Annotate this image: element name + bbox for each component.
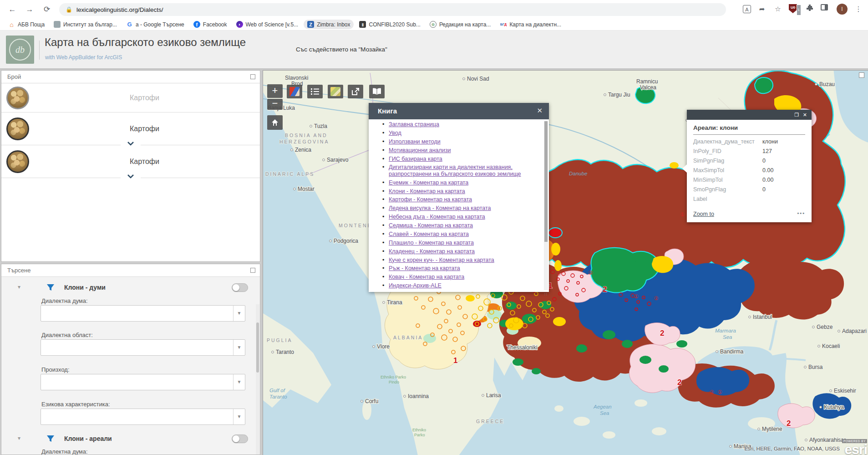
- dialect-word-combobox[interactable]: ▼: [41, 305, 245, 322]
- side-panel-icon[interactable]: [821, 4, 831, 14]
- book-link[interactable]: Ечемик - Коментар на картата: [389, 179, 468, 186]
- book-link[interactable]: Ръж - Коментар на картата: [389, 265, 460, 271]
- book-link[interactable]: Заглавна страница: [389, 121, 439, 128]
- url-text[interactable]: lexicalgeolinguistic.org/Dialects/: [76, 6, 163, 13]
- legend-button[interactable]: [307, 85, 323, 98]
- resize-grip-icon[interactable]: ∷: [544, 292, 548, 297]
- book-list-item: Дигитализирани карти на диалектни назван…: [389, 164, 539, 177]
- bookmark-star-icon[interactable]: ☆: [773, 4, 783, 14]
- book-link[interactable]: Индекси-Архив-ALE: [389, 282, 442, 289]
- lock-icon: 🔒: [66, 6, 72, 13]
- expand-chevron-icon[interactable]: [121, 139, 141, 146]
- book-link[interactable]: Славей - Коментар на картата: [389, 231, 469, 237]
- book-list-item: Индекси-Архив-ALE: [389, 282, 539, 289]
- widget-window-icon[interactable]: [250, 268, 255, 273]
- book-list-item: Ледена висулка - Коментар на картата: [389, 205, 539, 211]
- book-link[interactable]: ГИС базирана карта: [389, 156, 442, 162]
- map-annotation: ①: [717, 389, 722, 395]
- map-annotation: ①: [680, 211, 685, 218]
- collapse-chevron-icon[interactable]: ▾: [18, 284, 20, 290]
- list-item[interactable]: Картофи: [1, 83, 260, 112]
- map-window-icon[interactable]: [859, 72, 864, 78]
- reload-button-icon[interactable]: ⟳: [41, 4, 53, 15]
- zoom-to-link[interactable]: Zoom to: [693, 211, 714, 217]
- map-label: Thessaloniki: [507, 344, 538, 351]
- bookmark-map-edit[interactable]: ◍Редакция на карта...: [426, 20, 495, 29]
- address-bar[interactable]: 🔒 lexicalgeolinguistic.org/Dialects/: [59, 3, 726, 16]
- book-link[interactable]: Дигитализирани карти на диалектни назван…: [389, 164, 521, 177]
- bookmark-facebook[interactable]: fFacebook: [190, 20, 231, 29]
- bookmark-zimbra[interactable]: ZZimbra: Inbox: [304, 20, 354, 29]
- zoom-in-button[interactable]: +: [267, 84, 283, 98]
- share-export-button[interactable]: [348, 85, 363, 98]
- book-link[interactable]: Картофи - Коментар на картата: [389, 196, 472, 203]
- close-icon[interactable]: ✕: [803, 112, 807, 118]
- back-button-icon[interactable]: ←: [6, 4, 18, 15]
- more-options-icon[interactable]: •••: [797, 210, 805, 216]
- book-link[interactable]: Мотивационни анализи: [389, 147, 451, 153]
- translate-icon[interactable]: A: [743, 5, 751, 13]
- book-popup: Книга ✕ Заглавна страница Увод Използван…: [369, 103, 549, 292]
- dropdown-arrow-icon[interactable]: ▼: [233, 374, 245, 390]
- dropdown-arrow-icon[interactable]: ▼: [233, 306, 245, 321]
- bookmark-google[interactable]: Ga - Google Търсене: [122, 20, 188, 29]
- book-link[interactable]: Кладенец - Коментар на картата: [389, 248, 475, 255]
- attribute-label: Label: [693, 196, 762, 205]
- book-link[interactable]: Небесна дъга - Коментар на картата: [389, 214, 485, 220]
- bookmark-wos[interactable]: ◗Web of Science [v.5...: [233, 20, 302, 29]
- share-icon[interactable]: ➦: [757, 4, 767, 14]
- extensions-puzzle-icon[interactable]: [805, 4, 815, 14]
- panel-scrollbar[interactable]: [256, 304, 259, 455]
- book-link[interactable]: Ледена висулка - Коментар на картата: [389, 205, 491, 211]
- expand-chevron-icon[interactable]: [121, 172, 141, 179]
- adblock-extension-icon[interactable]: U0 1: [789, 4, 799, 14]
- book-widget-button[interactable]: [369, 85, 385, 98]
- language-feature-combobox[interactable]: ▼: [41, 409, 245, 425]
- forward-button-icon[interactable]: →: [24, 4, 36, 15]
- home-button[interactable]: [267, 115, 283, 130]
- widget-window-icon[interactable]: [250, 74, 255, 79]
- feature-popup-titlebar[interactable]: ❐ ✕: [687, 110, 812, 120]
- attribute-value: 127: [762, 148, 772, 158]
- potato-thumbnail: [6, 118, 29, 140]
- filter-section-kloni-areali: ▾ Клони - ареали: [1, 434, 260, 445]
- map-label: Vlore: [377, 343, 390, 350]
- book-link[interactable]: Куче с корен куч- - Коментар на картата: [389, 257, 494, 263]
- book-list-item: Плашило - Коментар на картата: [389, 240, 539, 246]
- map-label: Danube: [569, 171, 587, 176]
- filter-toggle[interactable]: [232, 283, 248, 292]
- profile-avatar[interactable]: I: [837, 4, 848, 15]
- zoom-out-button[interactable]: −: [267, 99, 283, 110]
- book-list-item: Клони - Коментар на картата: [389, 188, 539, 194]
- overview-map-button[interactable]: [287, 85, 302, 98]
- origin-combobox[interactable]: ▼: [41, 374, 245, 390]
- bookmark-confibl[interactable]: ▮CONFIBL2020 Sub...: [355, 20, 424, 29]
- bookmark-abv[interactable]: ⌂АБВ Поща: [5, 20, 48, 29]
- book-link[interactable]: Увод: [389, 130, 401, 136]
- close-icon[interactable]: ✕: [537, 107, 543, 115]
- book-popup-header[interactable]: Книга ✕: [369, 103, 549, 119]
- map-annotation: 2: [660, 329, 664, 337]
- attribute-value: 0: [762, 158, 766, 167]
- book-popup-scrollbar[interactable]: [544, 121, 548, 290]
- dialect-region-combobox[interactable]: ▼: [41, 339, 245, 356]
- book-link[interactable]: Ковач - Коментар на картата: [389, 274, 464, 280]
- bookmark-dialect-map[interactable]: БГДКарта на диалектн...: [496, 20, 565, 29]
- bookmark-institute[interactable]: Институт за българ...: [50, 20, 121, 29]
- maximize-icon[interactable]: ❐: [794, 112, 799, 118]
- book-link[interactable]: Клони - Коментар на картата: [389, 188, 465, 194]
- dropdown-arrow-icon[interactable]: ▼: [233, 340, 245, 355]
- basemap-gallery-button[interactable]: [328, 85, 343, 98]
- menu-kebab-icon[interactable]: ⋮: [853, 4, 863, 14]
- collapse-chevron-icon[interactable]: ▾: [18, 435, 20, 441]
- city-dot: [604, 94, 606, 96]
- filter-funnel-icon: [46, 283, 55, 294]
- book-link[interactable]: Седмица - Коментар на картата: [389, 222, 473, 229]
- book-link[interactable]: Плашило - Коментар на картата: [389, 240, 474, 246]
- list-item[interactable]: Картофи: [1, 112, 260, 145]
- dropdown-arrow-icon[interactable]: ▼: [233, 409, 245, 424]
- list-item[interactable]: Картофи: [1, 145, 260, 178]
- city-dot: [482, 394, 484, 397]
- filter-toggle[interactable]: [232, 435, 248, 443]
- book-link[interactable]: Използвани методи: [389, 138, 441, 145]
